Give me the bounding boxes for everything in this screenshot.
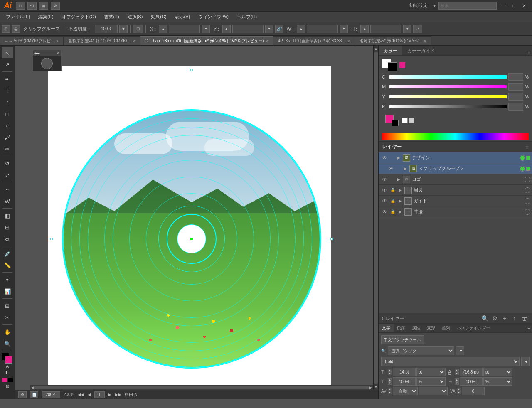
layer-vis-design[interactable]: 👁: [380, 155, 389, 161]
tool-scale[interactable]: ⤢: [2, 170, 13, 180]
status-left-icon[interactable]: ⚙: [18, 391, 27, 398]
color-panel-menu[interactable]: ≡: [527, 50, 530, 56]
tool-brush[interactable]: 🖌: [2, 132, 13, 143]
font-style-select[interactable]: Bold: [381, 357, 520, 366]
x-input[interactable]: 148.61 m: [169, 25, 200, 33]
x-up[interactable]: ▲: [159, 25, 167, 33]
tb-icon-3[interactable]: ▦: [39, 2, 48, 10]
size-down[interactable]: ▼: [388, 372, 392, 375]
tool-blend[interactable]: ∞: [2, 233, 13, 244]
scale-v-unit[interactable]: %: [483, 377, 512, 386]
scale-h-stepper[interactable]: ▲ ▼: [388, 378, 392, 385]
none-option[interactable]: [399, 62, 405, 68]
nav-prev[interactable]: ◀: [88, 392, 91, 397]
scale-v-up[interactable]: ▲: [455, 378, 459, 381]
tab-color-guide[interactable]: カラーガイド: [402, 46, 440, 55]
tool-select[interactable]: ↖: [2, 47, 13, 58]
m-input[interactable]: [508, 83, 523, 91]
bg-mini[interactable]: [392, 120, 399, 126]
nav-next[interactable]: ▶: [108, 392, 111, 397]
scroll-thumb-v[interactable]: [374, 52, 378, 384]
tb-icon-1[interactable]: □: [16, 2, 25, 10]
canvas-area[interactable]: ⟷ ✕ ⚙ 📄 200% ◀◀ ◀ ▶ ▶▶ 楕円形 ▲ ▼: [15, 46, 378, 399]
expand-clipgroup[interactable]: ▶: [402, 166, 409, 171]
layer-lock-peripheral[interactable]: 🔒: [389, 188, 397, 192]
expand-logo[interactable]: ▶: [395, 177, 402, 182]
scale-h-down[interactable]: ▼: [388, 381, 392, 385]
c-slider[interactable]: [389, 75, 507, 79]
menu-effect[interactable]: 効果(C): [147, 13, 170, 21]
h-down[interactable]: ▼: [403, 25, 411, 33]
layer-panel-menu[interactable]: ≡: [525, 144, 529, 150]
link-btn[interactable]: 🔗: [275, 25, 283, 33]
layer-vis-dimension[interactable]: 👁: [380, 209, 389, 215]
size-input[interactable]: [393, 368, 416, 376]
tb-icon-2[interactable]: S1: [27, 2, 37, 10]
tab-align[interactable]: 整列: [438, 324, 453, 332]
tool-slice[interactable]: ✂: [2, 312, 13, 323]
scale-h-up[interactable]: ▲: [388, 378, 392, 381]
none-icon[interactable]: ⊘: [6, 364, 9, 369]
tool-measure[interactable]: 📏: [2, 260, 13, 270]
opacity-input[interactable]: [95, 25, 118, 33]
layer-lock-dimension[interactable]: 🔒: [389, 209, 397, 214]
color-indicator[interactable]: [2, 353, 13, 364]
size-up[interactable]: ▲: [388, 369, 392, 372]
workspace-dropdown-arrow[interactable]: ▼: [433, 3, 437, 8]
scroll-left-arrow[interactable]: ◀: [31, 386, 34, 390]
leading-down[interactable]: ▼: [455, 372, 459, 375]
expand-dimension[interactable]: ▶: [397, 209, 404, 214]
tool-mesh[interactable]: ⊞: [2, 222, 13, 233]
tab-close-4[interactable]: ✕: [424, 39, 427, 43]
layer-item-dimension[interactable]: 👁 🔒 ▶ — 寸法: [379, 206, 532, 217]
menu-view[interactable]: 表示(V): [171, 13, 195, 21]
kerning-stepper[interactable]: ▲ ▼: [457, 388, 461, 394]
tab-close-2[interactable]: ✕: [265, 39, 268, 43]
stp-circle-tool[interactable]: [41, 58, 53, 69]
menu-help[interactable]: ヘルプ(H): [233, 13, 261, 21]
tool-width[interactable]: W: [2, 196, 13, 206]
tab-pathfinder[interactable]: パスファインダー: [453, 324, 493, 332]
y-input[interactable]: 104.818 n: [232, 25, 264, 33]
scale-v-down[interactable]: ▼: [455, 381, 459, 385]
screen-mode-btn[interactable]: ⊡: [6, 384, 9, 388]
expand-guide[interactable]: ▶: [397, 199, 404, 203]
scroll-bottom[interactable]: ◀ ▶: [30, 385, 373, 390]
close-button[interactable]: ✕: [520, 2, 529, 10]
w-down[interactable]: ▼: [340, 25, 348, 33]
tool-graph[interactable]: 📊: [2, 286, 13, 297]
bg-swatch[interactable]: [388, 62, 397, 71]
leading-unit[interactable]: pt: [483, 368, 512, 376]
tracking-up[interactable]: ▲: [388, 388, 392, 391]
scale-h-unit[interactable]: %: [416, 377, 446, 386]
char-panel-menu[interactable]: ≡: [526, 326, 532, 332]
scroll-thumb-h[interactable]: [34, 386, 369, 389]
layer-search-btn[interactable]: 🔍: [480, 315, 489, 322]
tool-warp[interactable]: ~: [2, 184, 13, 195]
layer-settings-btn[interactable]: ⚙: [490, 315, 499, 322]
tab-1[interactable]: 名称未設定-4* @ 100% (CMYK/... ✕: [64, 36, 140, 45]
nav-next-next[interactable]: ▶▶: [115, 392, 121, 397]
tool-pencil[interactable]: ✏: [2, 143, 13, 154]
zoom-input[interactable]: [42, 391, 60, 398]
layer-item-logo[interactable]: 👁 ▶ □ ロゴ: [379, 174, 532, 185]
eye-icon-logo[interactable]: 👁: [382, 177, 387, 182]
w-up[interactable]: ▲: [297, 25, 305, 33]
nav-prev-prev[interactable]: ◀◀: [78, 392, 84, 397]
eye-icon-dimension[interactable]: 👁: [382, 209, 387, 215]
x-down[interactable]: ▼: [202, 25, 210, 33]
w-input[interactable]: 121.204 n: [307, 25, 338, 33]
scroll-right[interactable]: ▲ ▼: [373, 46, 378, 390]
tab-color[interactable]: カラー: [379, 46, 402, 55]
tab-character[interactable]: 文字: [379, 324, 394, 332]
tab-close-1[interactable]: ✕: [132, 39, 135, 43]
tool-eyedropper[interactable]: 💉: [2, 248, 13, 259]
layer-vis-guide[interactable]: 👁: [380, 198, 389, 204]
font-name-select[interactable]: 游真ゴシック: [388, 346, 454, 355]
none-icon2[interactable]: ⊘: [409, 118, 414, 123]
h-up[interactable]: ▲: [360, 25, 369, 33]
leading-input[interactable]: [460, 368, 483, 376]
scroll-down-arrow[interactable]: ▼: [374, 385, 378, 389]
transform-icon[interactable]: ⊞: [2, 25, 10, 33]
k-input[interactable]: [508, 103, 523, 111]
